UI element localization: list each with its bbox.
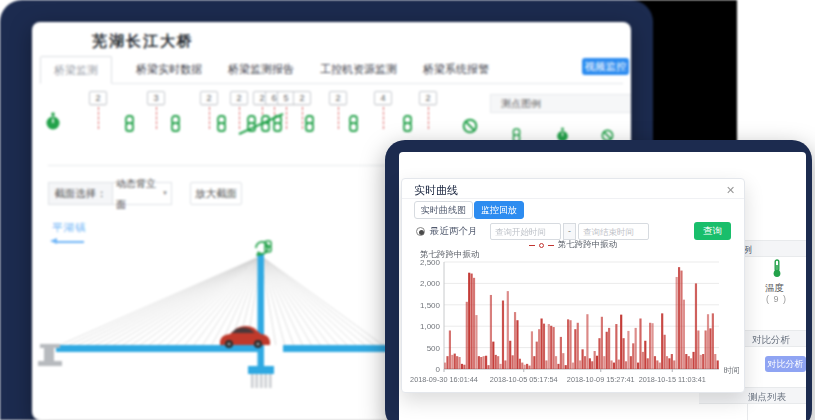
vibration-chart: 05001,0001,5002,0002,5002018-09-30 16:01… (404, 257, 744, 389)
svg-text:0: 0 (436, 365, 441, 374)
svg-text:2018-09-30 16:01:44: 2018-09-30 16:01:44 (410, 375, 478, 384)
badge-pointer-dash (383, 107, 384, 129)
link-sensor-icon[interactable] (122, 115, 137, 132)
legend-line (548, 245, 554, 246)
bridge-deck (56, 345, 392, 352)
badge-pointer-dash (428, 107, 429, 129)
page-title: 芜湖长江大桥 (92, 32, 194, 51)
sensor-count-badge[interactable]: 4 (374, 91, 392, 105)
tab-monitor-playback[interactable]: 监控回放 (474, 201, 524, 219)
sensor-count-badge[interactable]: 2 (230, 91, 248, 105)
enlarge-section-button[interactable]: 放大截面 (190, 182, 242, 205)
svg-text:2018-10-09 15:27:41: 2018-10-09 15:27:41 (567, 375, 635, 384)
main-tabbar: 桥梁监测桥梁实时数据桥梁监测报告工控机资源监测桥梁系统报警 (40, 56, 623, 84)
svg-text:2,500: 2,500 (420, 258, 441, 267)
query-button[interactable]: 查询 (694, 222, 731, 240)
query-end-time-input[interactable] (578, 223, 649, 240)
sensor-count-badge[interactable]: 3 (147, 91, 165, 105)
main-tab-2[interactable]: 桥梁监测报告 (226, 56, 296, 83)
abutment-base (38, 361, 62, 366)
range-separator: - (563, 223, 576, 240)
radio-label: 最近两个月 (430, 225, 478, 238)
badge-pointer-dash (286, 107, 287, 129)
temperature-count: ( 9 ) (766, 294, 787, 304)
pylon-tower (258, 254, 265, 370)
badge-pointer-dash (98, 107, 99, 129)
sensor-count-badge[interactable]: 2 (89, 91, 107, 105)
link-sensor-icon[interactable] (168, 115, 183, 132)
main-tab-4[interactable]: 桥梁系统报警 (421, 56, 491, 83)
svg-text:2018-10-05 05:17:54: 2018-10-05 05:17:54 (490, 375, 558, 384)
badge-pointer-dash (209, 107, 210, 129)
section-select-label: 截面选择： (48, 182, 113, 205)
close-icon[interactable]: ✕ (724, 182, 737, 199)
svg-text:2018-10-15 11:03:41: 2018-10-15 11:03:41 (639, 375, 706, 384)
badge-pointer-dash (156, 107, 157, 129)
abutment-stem (44, 348, 54, 362)
sensor-count-badge[interactable]: 2 (419, 91, 437, 105)
query-start-time-input[interactable] (490, 223, 561, 240)
svg-text:1,000: 1,000 (420, 322, 441, 331)
svg-text:2,000: 2,000 (420, 279, 441, 288)
svg-text:时间: 时间 (724, 366, 740, 375)
legend-panel-header: 测点图例 (490, 94, 631, 113)
abutment-cap (40, 344, 60, 348)
stage: 芜湖长江大桥 桥梁监测桥梁实时数据桥梁监测报告工控机资源监测桥梁系统报警 视频监… (0, 0, 815, 420)
rotation-sensor-icon (256, 242, 268, 256)
sensor-count-badge[interactable]: 2 (329, 91, 347, 105)
stopwatch-icon[interactable] (45, 112, 61, 131)
section-select-dropdown[interactable]: 动态背立面 ▼ (113, 182, 172, 205)
sensor-count-badge[interactable]: 2 (293, 91, 311, 105)
panel-divider (747, 404, 748, 420)
link-sensor-icon[interactable] (302, 115, 317, 132)
recent-two-months-radio[interactable] (416, 227, 425, 236)
video-monitor-button[interactable]: 视频监控 (582, 58, 629, 75)
bank-label: 平湖镇 (52, 221, 87, 235)
bridge-diagram (32, 240, 392, 420)
link-sensor-icon[interactable] (400, 115, 415, 132)
legend-text: 第七跨跨中振动 (558, 239, 618, 251)
svg-text:1,500: 1,500 (420, 301, 441, 310)
disabled-sensor-icon[interactable] (462, 118, 478, 134)
chevron-down-icon: ▼ (162, 183, 168, 204)
bridge-cables (58, 256, 384, 346)
pier-piles (251, 374, 272, 388)
main-tab-0[interactable]: 桥梁监测 (40, 56, 112, 84)
sensor-count-badge[interactable]: 2 (200, 91, 218, 105)
modal-title: 实时曲线 (414, 183, 458, 198)
radio-dot (419, 230, 424, 235)
thermometer-icon (771, 259, 783, 278)
section-select-value: 动态背立面 (116, 173, 162, 215)
link-sensor-icon[interactable] (214, 115, 229, 132)
legend-circle-marker (539, 243, 544, 248)
svg-text:500: 500 (427, 344, 441, 353)
compare-analysis-button[interactable]: 对比分析 (765, 356, 806, 372)
joint-diagonal-mark (237, 110, 285, 136)
realtime-curve-modal: 实时曲线 ✕ 实时曲线图 监控回放 最近两个月 - 查询 第七跨跨中振动 第七跨… (401, 178, 745, 393)
main-tab-3[interactable]: 工控机资源监测 (318, 56, 399, 83)
point-list-label: 测点列表 (748, 389, 786, 405)
link-sensor-icon[interactable] (346, 115, 361, 132)
deck-expansion-gap (263, 345, 283, 352)
compare-section-label: 对比分析 (752, 332, 790, 348)
tab-realtime-curve[interactable]: 实时曲线图 (414, 201, 473, 219)
main-tab-1[interactable]: 桥梁实时数据 (134, 56, 204, 83)
legend-line (529, 245, 535, 246)
badge-pointer-dash (338, 107, 339, 129)
